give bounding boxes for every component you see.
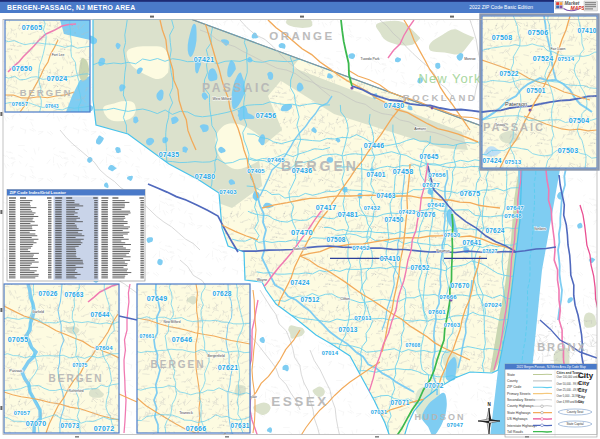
svg-text:State: State bbox=[507, 373, 515, 377]
svg-text:07072: 07072 bbox=[424, 382, 443, 389]
svg-text:07071: 07071 bbox=[390, 399, 409, 406]
svg-text:07432: 07432 bbox=[364, 205, 380, 211]
svg-text:Airmont: Airmont bbox=[414, 127, 426, 131]
svg-text:ZIP Code: ZIP Code bbox=[507, 385, 521, 389]
svg-text:Teaneck: Teaneck bbox=[179, 411, 193, 415]
svg-text:07465: 07465 bbox=[267, 157, 285, 163]
svg-text:State Highways: State Highways bbox=[507, 411, 531, 415]
svg-text:Garfield: Garfield bbox=[32, 310, 44, 314]
svg-text:07424: 07424 bbox=[290, 279, 309, 286]
svg-text:Passaic: Passaic bbox=[9, 369, 22, 373]
svg-text:07073: 07073 bbox=[60, 422, 79, 429]
svg-text:07458: 07458 bbox=[393, 168, 413, 175]
svg-text:07628: 07628 bbox=[212, 290, 231, 297]
svg-text:07417: 07417 bbox=[316, 204, 336, 211]
svg-text:07663: 07663 bbox=[64, 291, 83, 298]
svg-text:07666: 07666 bbox=[186, 425, 206, 432]
svg-text:US Highways: US Highways bbox=[507, 417, 528, 421]
svg-text:New Milford: New Milford bbox=[164, 320, 181, 324]
svg-text:Primary Streets: Primary Streets bbox=[507, 392, 531, 396]
svg-text:Paramus: Paramus bbox=[436, 249, 450, 253]
svg-text:07463: 07463 bbox=[376, 192, 395, 199]
svg-text:07508: 07508 bbox=[326, 236, 345, 243]
svg-text:City: City bbox=[578, 388, 587, 393]
svg-text:07503: 07503 bbox=[558, 147, 578, 154]
svg-text:07410: 07410 bbox=[380, 255, 400, 262]
svg-text:Interstate Highways: Interstate Highways bbox=[507, 424, 537, 428]
svg-text:07675: 07675 bbox=[460, 190, 480, 197]
svg-text:2022 ZIP Code Basic Edition: 2022 ZIP Code Basic Edition bbox=[469, 4, 533, 10]
svg-text:07506: 07506 bbox=[528, 29, 548, 36]
svg-text:07026: 07026 bbox=[38, 290, 57, 297]
svg-text:07646: 07646 bbox=[172, 336, 192, 343]
svg-text:State Capital: State Capital bbox=[566, 422, 584, 426]
svg-text:City: City bbox=[578, 395, 586, 399]
svg-text:07661: 07661 bbox=[140, 333, 155, 339]
svg-text:07603: 07603 bbox=[444, 322, 460, 328]
svg-text:Yonkers: Yonkers bbox=[534, 227, 546, 231]
svg-text:07676: 07676 bbox=[416, 211, 435, 218]
svg-text:07456: 07456 bbox=[256, 112, 276, 119]
svg-text:07666: 07666 bbox=[439, 294, 457, 300]
svg-text:07608: 07608 bbox=[406, 342, 421, 348]
svg-text:07501: 07501 bbox=[526, 87, 545, 94]
svg-text:07031: 07031 bbox=[371, 409, 387, 415]
svg-text:07047: 07047 bbox=[447, 422, 463, 428]
svg-text:07011: 07011 bbox=[354, 315, 372, 321]
svg-text:07070: 07070 bbox=[26, 420, 46, 427]
svg-text:West Milford: West Milford bbox=[213, 97, 232, 101]
svg-text:07024: 07024 bbox=[47, 75, 67, 82]
svg-text:07630: 07630 bbox=[444, 232, 460, 238]
svg-text:07421: 07421 bbox=[194, 56, 214, 63]
svg-text:07514: 07514 bbox=[558, 56, 575, 62]
svg-text:BERGEN-PASSAIC, NJ METRO AREA: BERGEN-PASSAIC, NJ METRO AREA bbox=[7, 4, 135, 12]
svg-text:N: N bbox=[487, 402, 490, 407]
svg-text:07627: 07627 bbox=[483, 248, 498, 254]
svg-text:07452: 07452 bbox=[352, 245, 370, 251]
svg-text:Fort Lee: Fort Lee bbox=[52, 53, 65, 57]
svg-text:07642: 07642 bbox=[427, 202, 445, 208]
svg-text:07670: 07670 bbox=[450, 282, 469, 289]
svg-text:07522: 07522 bbox=[499, 70, 518, 77]
svg-text:07604: 07604 bbox=[95, 345, 113, 351]
svg-text:Totowa: Totowa bbox=[495, 123, 505, 127]
svg-text:BERGEN: BERGEN bbox=[20, 87, 73, 98]
svg-text:Tuxedo Park: Tuxedo Park bbox=[360, 57, 379, 61]
svg-text:07641: 07641 bbox=[462, 239, 481, 246]
svg-text:07055: 07055 bbox=[8, 336, 28, 343]
svg-text:07405: 07405 bbox=[247, 168, 265, 174]
svg-text:07649: 07649 bbox=[147, 295, 167, 302]
svg-text:Bergenfield: Bergenfield bbox=[207, 354, 224, 358]
svg-text:Rutherford: Rutherford bbox=[68, 389, 83, 393]
svg-text:07504: 07504 bbox=[569, 117, 589, 124]
svg-text:ESSEX: ESSEX bbox=[271, 394, 329, 409]
svg-text:BRONX: BRONX bbox=[537, 341, 587, 353]
svg-text:07481: 07481 bbox=[338, 211, 358, 218]
svg-text:PASSAIC: PASSAIC bbox=[483, 121, 545, 133]
svg-text:City: City bbox=[578, 400, 584, 404]
svg-text:07013: 07013 bbox=[338, 326, 357, 333]
svg-text:07430: 07430 bbox=[384, 102, 404, 109]
svg-text:07601: 07601 bbox=[428, 309, 446, 315]
svg-text:Fair Lawn: Fair Lawn bbox=[551, 47, 566, 51]
svg-text:07024: 07024 bbox=[484, 302, 502, 308]
svg-text:07624: 07624 bbox=[485, 227, 504, 234]
svg-text:County Highways: County Highways bbox=[507, 404, 534, 408]
svg-text:Paterson: Paterson bbox=[293, 247, 307, 251]
svg-text:ORANGE: ORANGE bbox=[269, 30, 334, 42]
svg-text:07410: 07410 bbox=[577, 27, 596, 34]
svg-text:07657: 07657 bbox=[12, 101, 28, 107]
svg-text:07435: 07435 bbox=[159, 151, 179, 158]
svg-text:County: County bbox=[507, 379, 518, 383]
svg-text:BERGEN: BERGEN bbox=[49, 373, 104, 384]
svg-text:07643: 07643 bbox=[45, 104, 59, 109]
svg-text:07605: 07605 bbox=[22, 24, 42, 31]
svg-text:07480: 07480 bbox=[195, 173, 215, 180]
svg-text:PASSAIC: PASSAIC bbox=[202, 81, 272, 95]
svg-text:07648: 07648 bbox=[504, 213, 522, 219]
svg-text:County Seat: County Seat bbox=[567, 410, 584, 414]
svg-text:07647: 07647 bbox=[506, 205, 524, 211]
svg-text:07650: 07650 bbox=[12, 65, 32, 72]
svg-text:BERGEN: BERGEN bbox=[151, 359, 206, 370]
svg-text:07014: 07014 bbox=[322, 350, 339, 356]
